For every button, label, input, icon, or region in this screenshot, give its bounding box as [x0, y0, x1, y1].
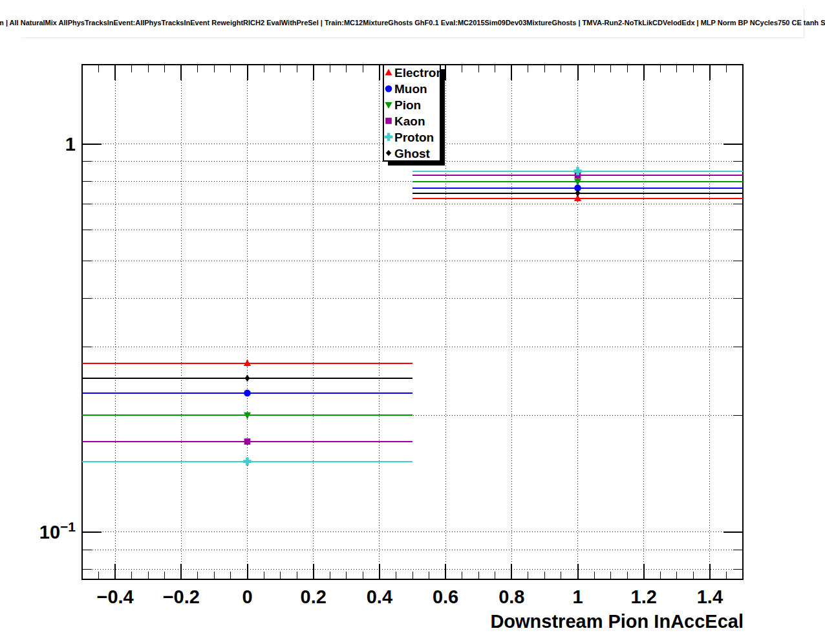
legend-label: Proton [394, 131, 434, 144]
data-marker-diamond-icon [575, 190, 580, 196]
x-tick-label: 0.8 [498, 586, 524, 607]
legend-marker-circle-icon [385, 85, 392, 92]
data-marker-circle-icon [244, 390, 251, 397]
x-tick-label: 1.2 [631, 586, 657, 607]
root-canvas: InAccEcal Proton Downstream | All Natura… [0, 0, 825, 644]
x-axis-title: Downstream Pion InAccEcal [490, 611, 744, 632]
x-tick-label: 1.4 [697, 586, 723, 607]
legend: ElectronMuonPionKaonProtonGhost [383, 65, 445, 166]
x-tick-label: 0.2 [301, 586, 327, 607]
x-tick-label: 0.6 [433, 586, 458, 607]
x-tick-label: 0.4 [367, 586, 392, 607]
x-tick-label: 1 [572, 586, 583, 607]
x-tick-label: 0 [242, 586, 252, 607]
legend-label: Ghost [394, 147, 431, 160]
data-marker-diamond-icon [244, 375, 250, 381]
y-tick-label: 10−1 [39, 519, 76, 542]
series-proton [82, 167, 743, 466]
data-marker-square-icon [244, 438, 251, 445]
y-tick-labels: 110−1 [39, 134, 76, 542]
data-marker-cross-icon [243, 457, 252, 466]
legend-label: Electron [394, 66, 444, 80]
legend-label: Kaon [394, 114, 425, 128]
legend-label: Muon [394, 82, 427, 96]
series-ghost [82, 190, 743, 381]
legend-marker-square-icon [385, 118, 392, 124]
x-tick-label: −0.2 [163, 586, 200, 607]
y-tick-label: 1 [65, 134, 76, 155]
plot-area: −0.4−0.200.20.40.60.811.21.4110−1Electro… [0, 0, 825, 644]
x-tick-label: −0.4 [96, 586, 133, 607]
x-tick-labels: −0.4−0.200.20.40.60.811.21.4 [96, 586, 723, 607]
legend-label: Pion [394, 98, 421, 112]
